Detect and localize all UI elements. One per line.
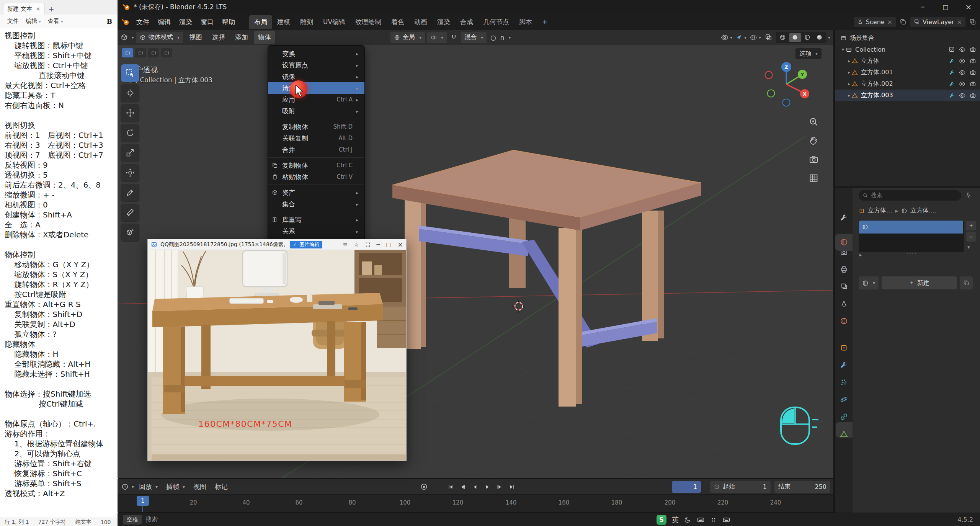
notepad-menu-edit[interactable]: 编辑▾ (22, 16, 44, 27)
auto-keyframe-icon[interactable] (420, 483, 428, 491)
snap-mode-dropdown[interactable]: 混合 ▾ (461, 32, 487, 43)
tab-particles[interactable] (840, 378, 848, 386)
shading-material-button[interactable] (802, 33, 813, 42)
menu-view[interactable]: 视图 (185, 31, 206, 44)
workspace-tab-shading[interactable]: 着色 (386, 15, 409, 29)
camera-view-icon[interactable] (808, 154, 819, 165)
unlink-viewlayer-icon[interactable]: × (957, 18, 962, 26)
menu-help[interactable]: 帮助 (218, 15, 239, 29)
timeline-menu-playback[interactable]: 回放▾ (136, 480, 161, 493)
proportional-edit-icon[interactable]: ○ (489, 34, 498, 41)
fullscreen-icon[interactable] (365, 242, 371, 247)
visibility-eye-icon[interactable] (721, 34, 728, 41)
eye-icon[interactable] (959, 46, 965, 53)
menu-item-duplicate[interactable]: 复制物体Shift D (268, 121, 364, 132)
eye-icon[interactable] (959, 81, 965, 87)
gizmo-neg-y[interactable] (768, 90, 775, 97)
ortho-grid-icon[interactable] (808, 173, 819, 183)
material-extra-button[interactable] (960, 276, 973, 289)
menu-item-copy-objects[interactable]: 复制物体Ctrl C (268, 160, 364, 171)
orientation-dropdown[interactable]: 全局 ▾ (390, 32, 425, 43)
tab-modifiers[interactable] (840, 361, 848, 369)
shading-solid-button[interactable] (789, 33, 801, 42)
workspace-tab-sculpt[interactable]: 雕刻 (295, 15, 318, 29)
unlink-scene-icon[interactable]: × (887, 18, 892, 26)
workspace-tab-add[interactable]: + (537, 15, 552, 28)
sogou-icon[interactable]: S (657, 515, 666, 525)
workspace-tab-layout[interactable]: 布局 (249, 15, 272, 29)
menu-item-relations[interactable]: 关系▸ (268, 225, 364, 237)
eye-icon[interactable] (959, 58, 965, 64)
tool-select-box[interactable] (121, 64, 139, 82)
outliner-scene-collection[interactable]: 场景集合 (835, 32, 980, 44)
menu-item-mirror[interactable]: 镜像▸ (268, 71, 364, 82)
menu-item-asset[interactable]: 资产▸ (268, 187, 364, 198)
zoom-icon[interactable] (808, 117, 819, 127)
tab-object[interactable] (840, 344, 848, 352)
properties-search-input[interactable]: 搜索 (859, 190, 961, 201)
tab-physics[interactable] (840, 395, 848, 403)
tool-measure[interactable] (121, 204, 139, 221)
workspace-tab-scripting[interactable]: 脚本 (514, 15, 537, 29)
maximize-button[interactable]: □ (934, 0, 957, 14)
keyboard-icon[interactable] (697, 516, 705, 524)
playhead-badge[interactable]: 1 (137, 496, 149, 506)
menu-item-library-override[interactable]: 库重写▸ (268, 214, 364, 225)
slot-specials-icon[interactable]: ▾ (967, 244, 970, 250)
camera-render-icon[interactable] (970, 69, 976, 76)
editor-type-icon[interactable] (121, 34, 128, 41)
gizmo-neg-x[interactable] (765, 72, 773, 79)
slot-expand-icon[interactable]: ▸ (859, 252, 862, 258)
menu-object[interactable]: 物体 (254, 31, 275, 44)
viewer-minimize-button[interactable]: ─ (377, 241, 380, 248)
timeline-menu-keying[interactable]: 插帧▾ (163, 480, 188, 493)
menu-edit[interactable]: 编辑 (154, 15, 175, 29)
viewlayer-selector[interactable]: ViewLayer × (910, 17, 965, 27)
workspace-tab-modeling[interactable]: 建模 (272, 15, 295, 29)
breadcrumb-object[interactable]: 立方体... (868, 207, 892, 215)
viewer-menu-icon[interactable]: ≡ (343, 241, 348, 248)
bold-button[interactable]: B (107, 18, 112, 25)
ime-grid-icon[interactable] (710, 516, 717, 523)
expand-icon[interactable]: ▸ (848, 70, 850, 75)
timeline-editor-icon[interactable] (121, 483, 129, 490)
new-material-button[interactable]: ＋ 新建 (882, 276, 957, 289)
menu-render[interactable]: 渲染 (175, 15, 196, 29)
menu-item-duplicate-linked[interactable]: 关联复制Alt D (268, 132, 364, 144)
menu-item-clear[interactable]: 清空▸ (268, 82, 364, 94)
tab-output[interactable] (840, 265, 848, 273)
menu-window[interactable]: 窗口 (196, 15, 218, 29)
jump-to-end-button[interactable] (506, 482, 518, 492)
snap-magnet-icon[interactable] (450, 34, 457, 41)
tab-world[interactable] (840, 317, 848, 325)
jump-to-start-button[interactable] (445, 482, 456, 492)
tool-cursor[interactable] (121, 84, 139, 102)
tool-scale[interactable] (121, 144, 139, 162)
frame-start-field[interactable]: 起始 1 (710, 481, 771, 493)
tab-close-icon[interactable]: × (36, 6, 41, 12)
close-button[interactable]: × (957, 0, 980, 14)
outliner-object-cube002[interactable]: ▸ 立方体.002 (835, 78, 980, 90)
eye-icon[interactable] (959, 92, 965, 99)
pin-icon[interactable] (965, 192, 972, 199)
menu-select[interactable]: 选择 (208, 31, 229, 44)
mode-dropdown[interactable]: 物体模式 ▾ (136, 32, 183, 43)
outliner-collection[interactable]: ▾ Collection (835, 44, 980, 55)
notepad-menu-file[interactable]: 文件 (4, 16, 22, 27)
outliner-object-cube003-active[interactable]: ▸ 立方体.003 (835, 90, 980, 101)
menu-item-paste-objects[interactable]: 粘贴物体Ctrl V (268, 171, 364, 183)
select-mode-extend-button[interactable] (135, 48, 146, 57)
frame-end-field[interactable]: 结束 250 (774, 481, 830, 493)
falloff-icon[interactable]: ∩ (500, 34, 505, 41)
gizmos-toggle-icon[interactable] (735, 34, 743, 41)
outliner-object-cube[interactable]: ▸ 立方体 (835, 55, 980, 67)
notepad-tab[interactable]: 新建 文本 × (3, 3, 45, 15)
workspace-tab-geometry[interactable]: 几何节点 (478, 15, 514, 29)
play-reverse-button[interactable] (469, 482, 481, 492)
menu-item-set-origin[interactable]: 设置原点▸ (268, 59, 364, 71)
tool-options-dropdown[interactable]: 选项▾ (795, 48, 822, 59)
select-mode-subtract-button[interactable] (148, 48, 159, 57)
select-mode-intersect-button[interactable] (161, 48, 172, 57)
play-button[interactable] (482, 482, 493, 492)
notepad-text[interactable]: 视图控制 旋转视图：鼠标中键 平稳视图：Shift+中键 缩放视图：Ctrl+中… (5, 31, 116, 498)
